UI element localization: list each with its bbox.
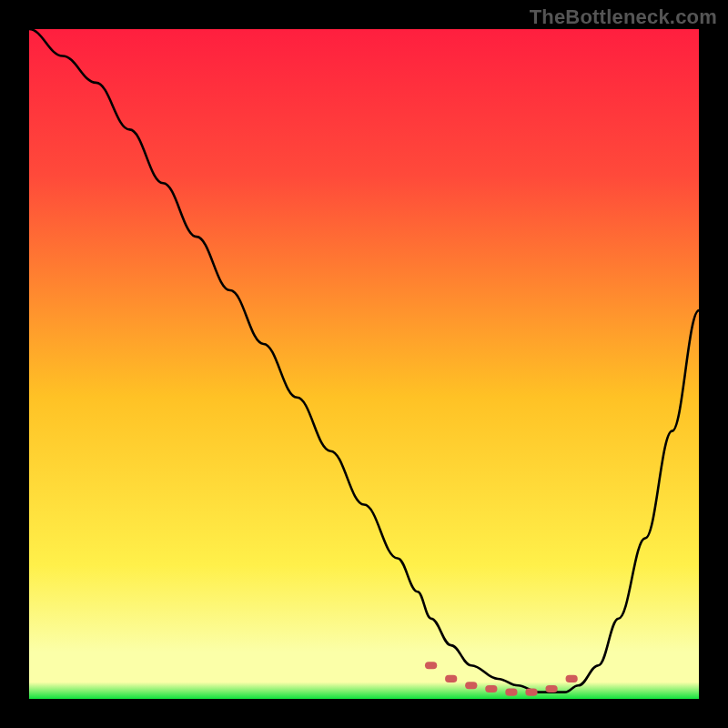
chart-frame: { "watermark": "TheBottleneck.com", "col… — [0, 0, 728, 728]
optimal-marker — [485, 685, 497, 693]
optimal-marker — [425, 662, 437, 669]
bottleneck-chart — [29, 29, 699, 699]
optimal-marker — [525, 689, 537, 696]
watermark-text: TheBottleneck.com — [530, 5, 717, 29]
optimal-marker — [445, 675, 457, 682]
plot-area — [29, 29, 699, 699]
optimal-marker — [505, 689, 517, 696]
optimal-marker — [566, 675, 578, 682]
optimal-marker — [465, 682, 477, 689]
optimal-marker — [545, 685, 557, 693]
